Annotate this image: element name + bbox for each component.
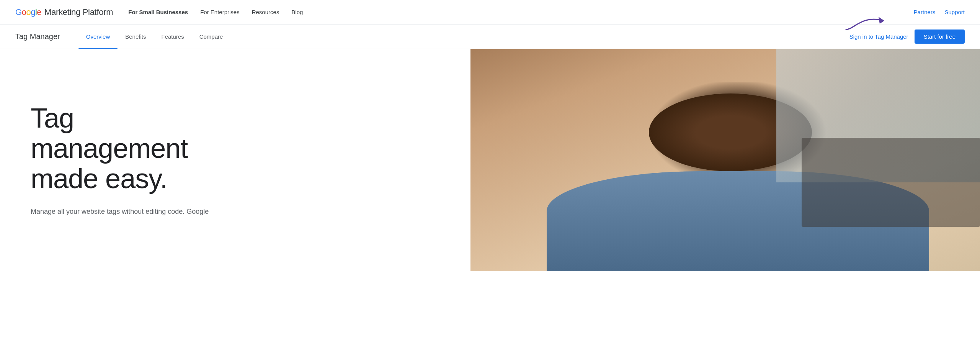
top-navigation: Google Marketing Platform For Small Busi… [0, 0, 980, 25]
second-navigation: Tag Manager Overview Benefits Features C… [0, 25, 980, 49]
logo-area: Google Marketing Platform [15, 7, 113, 17]
product-name: Tag Manager [15, 32, 60, 41]
nav-link-blog[interactable]: Blog [291, 9, 303, 15]
start-free-button[interactable]: Start for free [915, 30, 965, 44]
nav-link-small-businesses[interactable]: For Small Businesses [128, 9, 188, 15]
second-nav-right: Sign in to Tag Manager Start for free [849, 30, 965, 44]
tab-compare[interactable]: Compare [192, 25, 231, 49]
top-nav-right: Partners Support [914, 9, 965, 15]
partners-link[interactable]: Partners [914, 9, 936, 15]
nav-link-resources[interactable]: Resources [252, 9, 279, 15]
google-logo: Google [15, 7, 41, 17]
second-nav-links: Overview Benefits Features Compare [78, 25, 231, 49]
tab-features[interactable]: Features [154, 25, 191, 49]
top-nav-links: For Small Businesses For Enterprises Res… [128, 9, 303, 15]
top-nav-left: Google Marketing Platform For Small Busi… [15, 7, 303, 17]
sign-in-link[interactable]: Sign in to Tag Manager [849, 33, 908, 40]
tab-overview[interactable]: Overview [78, 25, 118, 49]
second-nav-left: Tag Manager Overview Benefits Features C… [15, 25, 230, 49]
hero-subtitle: Manage all your website tags without edi… [31, 206, 214, 217]
support-link[interactable]: Support [944, 9, 965, 15]
hero-title: Tag management made easy. [31, 103, 448, 194]
hero-image-area [470, 49, 980, 271]
nav-link-enterprises[interactable]: For Enterprises [200, 9, 240, 15]
hero-left: Tag management made easy. Manage all you… [0, 49, 470, 271]
tab-benefits[interactable]: Benefits [118, 25, 154, 49]
hero-section: Tag management made easy. Manage all you… [0, 49, 980, 271]
platform-name: Marketing Platform [44, 7, 113, 17]
